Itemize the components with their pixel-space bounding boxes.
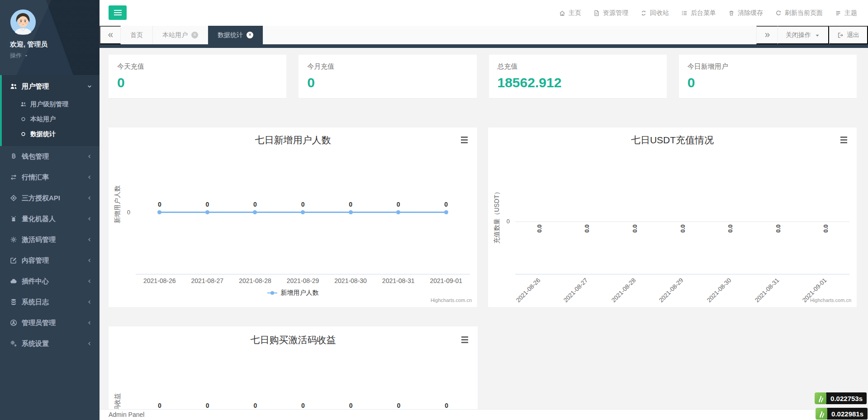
caret-down-icon bbox=[24, 53, 28, 58]
double-chevron-right-icon bbox=[764, 32, 771, 38]
highcharts-credit[interactable]: Highcharts.com.cn bbox=[810, 297, 851, 303]
debug-trace-badge[interactable]: 0.022981s bbox=[816, 408, 868, 420]
tab[interactable]: 本站用户 bbox=[153, 26, 208, 44]
chevron-left-icon bbox=[87, 299, 92, 305]
point-marker[interactable] bbox=[253, 210, 257, 214]
debug-trace-badge[interactable]: 0.022753s bbox=[815, 392, 867, 404]
subitem-icon bbox=[20, 116, 26, 122]
caret-down-icon bbox=[814, 32, 821, 38]
sidebar-item-icon bbox=[9, 153, 18, 160]
logout-label: 退出 bbox=[847, 31, 859, 39]
sidebar-item[interactable]: 激活码管理 bbox=[0, 229, 100, 250]
topbar-link[interactable]: 刷新当前页面 bbox=[775, 9, 823, 17]
data-label: 0.0 bbox=[727, 223, 734, 235]
sidebar-toggle-button[interactable] bbox=[109, 5, 127, 20]
data-label: 0 bbox=[422, 201, 470, 208]
sign-out-icon bbox=[837, 32, 844, 38]
sidebar-item-icon bbox=[9, 174, 18, 181]
stat-label: 总充值 bbox=[498, 62, 658, 71]
data-label: 0 bbox=[422, 402, 470, 409]
point-marker[interactable] bbox=[205, 210, 209, 214]
highcharts-credit[interactable]: Highcharts.com.cn bbox=[431, 297, 472, 303]
avatar[interactable] bbox=[10, 9, 36, 35]
point-marker[interactable] bbox=[444, 210, 448, 214]
profile-action-label: 操作 bbox=[10, 52, 22, 60]
topbar-link-label: 清除缓存 bbox=[738, 9, 763, 17]
topbar-link[interactable]: 清除缓存 bbox=[728, 9, 763, 17]
topbar-link-icon bbox=[640, 10, 647, 16]
avatar-image bbox=[10, 9, 36, 35]
stat-label: 今天充值 bbox=[117, 62, 278, 71]
data-label: 0 bbox=[184, 402, 232, 409]
sidebar-item[interactable]: 量化机器人 bbox=[0, 208, 100, 229]
tab[interactable]: 数据统计 bbox=[208, 26, 263, 44]
sidebar-subitem[interactable]: 数据统计 bbox=[2, 127, 100, 142]
chevron-left-icon bbox=[87, 278, 92, 284]
y-axis-title: 新增用户人数 bbox=[114, 185, 122, 223]
tab-close-icon[interactable] bbox=[247, 32, 253, 38]
sidebar-item-user-management[interactable]: 用户管理 bbox=[2, 76, 100, 97]
sidebar-item[interactable]: 钱包管理 bbox=[0, 146, 100, 167]
data-label: 0.0 bbox=[774, 223, 781, 235]
topbar-link-label: 主页 bbox=[569, 9, 581, 17]
stat-value: 0 bbox=[307, 75, 468, 90]
sidebar-subitem-label: 数据统计 bbox=[30, 130, 56, 138]
double-chevron-left-icon bbox=[107, 32, 114, 38]
chart-context-menu-icon[interactable] bbox=[459, 335, 470, 344]
topbar-link-label: 资源管理 bbox=[603, 9, 628, 17]
sidebar-subitem[interactable]: 本站用户 bbox=[2, 112, 100, 127]
sidebar-item[interactable]: 管理员管理 bbox=[0, 312, 100, 333]
sidebar-item[interactable]: 三方授权API bbox=[0, 188, 100, 208]
sidebar-item-label: 量化机器人 bbox=[22, 215, 56, 223]
topbar-link[interactable]: 主题 bbox=[835, 9, 857, 17]
thinkphp-logo-icon bbox=[816, 408, 827, 420]
tab[interactable]: 首页 bbox=[121, 26, 153, 44]
stat-value: 0 bbox=[117, 75, 278, 90]
x-axis-label: 2021-08-31 bbox=[754, 277, 780, 303]
tabs-scroll-left-button[interactable] bbox=[100, 26, 121, 44]
topbar-link-icon bbox=[775, 10, 782, 16]
sidebar-item[interactable]: 系统日志 bbox=[0, 292, 100, 312]
logout-button[interactable]: 退出 bbox=[829, 26, 868, 44]
sidebar-subitem-label: 用户级别管理 bbox=[30, 100, 68, 109]
point-marker[interactable] bbox=[157, 210, 161, 214]
sidebar-item[interactable]: 插件中心 bbox=[0, 271, 100, 292]
profile-action-dropdown[interactable]: 操作 bbox=[10, 52, 100, 60]
chart-usdt-recharge: 七日USDT充值情况 充值数量（USDT） 0 0.0 0.0 0.0 0.0 bbox=[488, 127, 857, 307]
data-label: 0 bbox=[375, 402, 423, 409]
sidebar-item[interactable]: 内容管理 bbox=[0, 250, 100, 271]
topbar-link-icon bbox=[835, 10, 841, 16]
sidebar-item[interactable]: 行情汇率 bbox=[0, 167, 100, 188]
topbar-link-label: 主题 bbox=[844, 9, 857, 17]
x-axis-label: 2021-08-26 bbox=[136, 277, 184, 284]
data-label: 0.0 bbox=[822, 223, 829, 235]
x-axis-label: 2021-08-27 bbox=[184, 277, 232, 284]
tabs-scroll-right-button[interactable] bbox=[756, 26, 778, 44]
sidebar-item-label: 三方授权API bbox=[22, 194, 60, 203]
point-marker[interactable] bbox=[349, 210, 353, 214]
close-actions-dropdown[interactable]: 关闭操作 bbox=[778, 26, 829, 44]
data-label: 0 bbox=[279, 402, 327, 409]
point-marker[interactable] bbox=[301, 210, 305, 214]
y-axis-title: 充值数量（USDT） bbox=[493, 189, 501, 244]
chart-context-menu-icon[interactable] bbox=[838, 135, 849, 145]
x-axis-label: 2021-08-28 bbox=[231, 277, 279, 284]
y-axis-tick: 0 bbox=[501, 218, 510, 225]
topbar-link[interactable]: 回收站 bbox=[640, 9, 669, 17]
sidebar-subitem[interactable]: 用户级别管理 bbox=[2, 97, 100, 112]
chart-context-menu-icon[interactable] bbox=[459, 135, 470, 145]
topbar-link-label: 刷新当前页面 bbox=[785, 9, 823, 17]
tab-close-icon[interactable] bbox=[191, 32, 198, 38]
zero-gridline bbox=[515, 222, 849, 222]
point-marker[interactable] bbox=[396, 210, 400, 214]
data-label: 0 bbox=[231, 402, 279, 409]
sidebar-item-label: 插件中心 bbox=[22, 277, 49, 286]
sidebar-item[interactable]: 系统设置 bbox=[0, 333, 100, 354]
chevron-left-icon bbox=[87, 195, 92, 201]
sidebar-profile: 欢迎, 管理员 操作 bbox=[0, 0, 100, 75]
legend[interactable]: 新增用户人数 bbox=[109, 289, 477, 297]
topbar-link[interactable]: 资源管理 bbox=[593, 9, 628, 17]
topbar-link[interactable]: 后台菜单 bbox=[681, 9, 716, 17]
legend-marker-icon bbox=[267, 291, 277, 295]
topbar-link[interactable]: 主页 bbox=[559, 9, 581, 17]
